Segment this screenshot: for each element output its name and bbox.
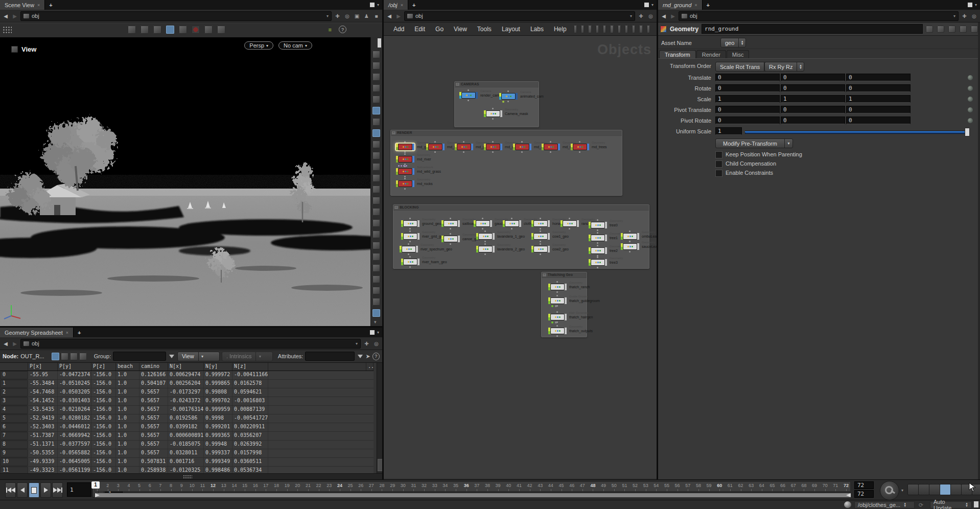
scroll-grip-icon[interactable] [183, 475, 192, 478]
chevron-down-icon[interactable]: ▾ [630, 14, 632, 18]
node-display-flag[interactable] [458, 220, 460, 227]
node-connector-bottom[interactable] [540, 228, 541, 229]
attributes-input[interactable] [305, 352, 354, 361]
node-connector-bottom[interactable] [484, 253, 486, 255]
light-rings-icon[interactable] [372, 96, 380, 103]
vertices-mode-icon[interactable] [61, 353, 68, 360]
node-display-flag[interactable] [500, 110, 502, 117]
node-rnd_people[interactable]: Geometryrnd_people [455, 144, 473, 150]
node-body[interactable] [398, 168, 412, 175]
intrinsics-dropdown[interactable]: . Intrinsics ▾ [222, 352, 273, 361]
param-field[interactable]: 1 [846, 95, 911, 103]
select-arrow-icon[interactable] [372, 174, 380, 182]
find-node-icon[interactable] [639, 25, 642, 33]
param-handle-icon[interactable] [968, 107, 973, 112]
menu-layout[interactable]: Layout [497, 26, 525, 33]
modify-pre-transform-dropdown[interactable]: Modify Pre-Transform▾ [715, 138, 793, 148]
table-row[interactable]: 8-51.1371-0.0377597-156.01.00.5657-0.018… [0, 441, 374, 449]
pane-maximize-icon[interactable] [370, 3, 375, 7]
node-connector-top[interactable] [408, 243, 409, 245]
column-header-Pz[interactable]: P[z] [91, 363, 116, 371]
node-body[interactable] [544, 144, 558, 150]
prims-mode-icon[interactable] [70, 353, 78, 360]
node-connector-bottom[interactable] [597, 229, 598, 231]
node-display-flag[interactable] [548, 220, 550, 227]
node-connector-top[interactable] [597, 219, 598, 221]
node-connector-bottom[interactable] [521, 151, 523, 153]
chevron-down-icon[interactable]: ▾ [356, 341, 358, 346]
node-connector-bottom[interactable] [450, 228, 451, 229]
pane-layout-icon[interactable] [610, 25, 613, 33]
white-square-icon[interactable]: ■ [372, 12, 380, 20]
node-cow1_geo[interactable]: Geometrycow1_geo [531, 233, 550, 240]
netbox-blocking[interactable]: BLOCKING−Geometryground_geoGeometrysailb… [393, 204, 649, 269]
group-box-icon[interactable] [372, 275, 380, 283]
param-field[interactable]: 0 [846, 84, 911, 92]
node-thatch_outputs[interactable]: Geometrythatch_outputs [548, 328, 567, 334]
node-connector-bottom[interactable] [540, 241, 541, 242]
node-connector-top[interactable] [484, 230, 486, 232]
node-display-flag[interactable] [458, 236, 460, 242]
param-field[interactable]: 0 [781, 84, 845, 92]
node-display-flag[interactable] [442, 144, 445, 150]
node-connector-top[interactable] [434, 141, 436, 143]
node-sauceLeaves[interactable]: GeometrysauceLeaves [621, 243, 639, 250]
node-body[interactable] [533, 220, 548, 227]
node-body[interactable] [402, 246, 416, 252]
pane-menu-icon[interactable]: ▾ [377, 3, 379, 7]
node-connector-bottom[interactable] [463, 151, 464, 153]
close-icon[interactable]: × [401, 3, 403, 8]
curve-handle-icon[interactable] [372, 230, 380, 238]
node-display-flag[interactable] [548, 246, 550, 252]
node-connector-bottom[interactable] [556, 291, 558, 293]
pin-icon[interactable]: ✚ [637, 12, 645, 20]
node-body[interactable] [457, 144, 471, 150]
forward-icon[interactable]: ▶ [669, 13, 676, 19]
node-ground_geo[interactable]: Geometryground_geo [401, 220, 419, 227]
node-sailboat_geo[interactable]: Geometrysailboat_geo [441, 220, 460, 227]
jump-start-button[interactable] [5, 482, 16, 498]
transform-order-dropdown[interactable]: Scale Rot Trans▲▼ [715, 62, 772, 72]
axis-display-icon[interactable] [372, 287, 380, 294]
node-body[interactable] [591, 247, 605, 254]
magnify-icon[interactable] [948, 26, 955, 33]
node-thatch_hairgen[interactable]: Hair Generatethatch_hairgen [548, 314, 567, 320]
node-connector-bottom[interactable] [450, 243, 451, 245]
column-header-Nz[interactable]: N[z] [232, 363, 268, 371]
node-body[interactable] [501, 93, 516, 100]
node-display-flag[interactable] [417, 220, 419, 227]
tab-scene-view[interactable]: Scene View × [0, 0, 45, 10]
column-header-Py[interactable]: P[y] [58, 363, 91, 371]
node-connector-top[interactable] [556, 325, 558, 327]
point-dot-icon[interactable] [372, 163, 380, 171]
column-header-Ny[interactable]: N[y] [204, 363, 232, 371]
node-connector-top[interactable] [556, 295, 558, 296]
column-header-Px[interactable]: P[x] [28, 363, 58, 371]
slider-scope-icon[interactable] [918, 484, 929, 495]
checkbox-keep-position-when-parenting[interactable] [715, 151, 722, 158]
node-connector-bottom[interactable] [579, 151, 580, 153]
param-handle-icon[interactable] [968, 75, 973, 80]
cube-icon[interactable]: ▣ [353, 12, 361, 20]
zoom-box-icon[interactable] [179, 26, 187, 34]
radial-menu-icon[interactable]: ◎ [970, 12, 978, 20]
secure-selection-icon[interactable] [166, 26, 174, 34]
node-body[interactable] [623, 233, 637, 240]
node-body[interactable] [550, 284, 565, 290]
sticky-note-icon[interactable] [618, 25, 621, 33]
flipbook-icon[interactable] [204, 26, 213, 34]
menu-go[interactable]: Go [431, 26, 448, 33]
pin-icon[interactable]: ✚ [363, 340, 370, 348]
node-connector-top[interactable] [492, 108, 494, 109]
node-lavandera_2_geo[interactable]: Geometrylavandera_2_geo [476, 246, 495, 252]
node-display-flag[interactable] [519, 220, 521, 227]
node-connector-bottom[interactable] [569, 228, 570, 229]
node-display-flag[interactable] [637, 233, 639, 240]
node-display-flag[interactable] [577, 220, 579, 227]
node-body[interactable] [591, 259, 605, 266]
node-body[interactable] [461, 92, 476, 99]
cache-bar-icon[interactable] [372, 298, 380, 306]
snapshot-gear-icon[interactable] [217, 26, 225, 34]
node-connector-top[interactable] [540, 218, 541, 219]
node-display-flag[interactable] [412, 168, 414, 175]
